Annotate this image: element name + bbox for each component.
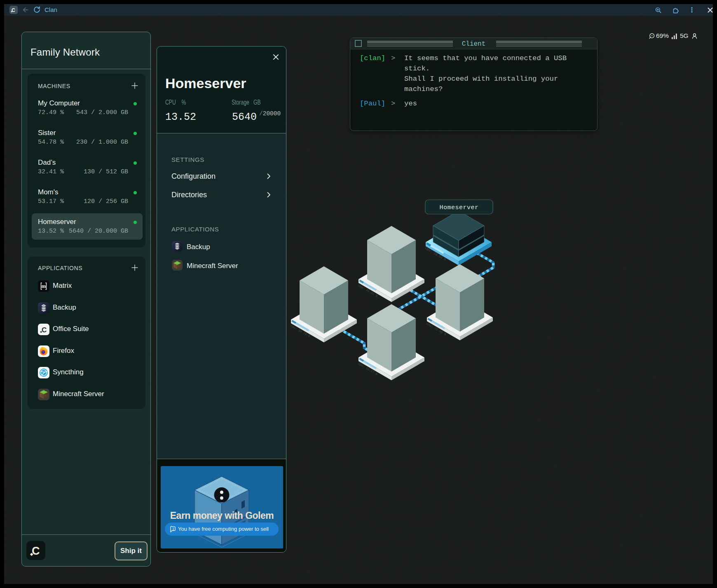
svg-text:C: C xyxy=(12,7,15,13)
svg-text:C: C xyxy=(32,545,40,557)
svg-text:C: C xyxy=(42,326,47,334)
svg-text:m: m xyxy=(42,283,46,289)
svg-text:Homeserver: Homeserver xyxy=(439,204,478,211)
